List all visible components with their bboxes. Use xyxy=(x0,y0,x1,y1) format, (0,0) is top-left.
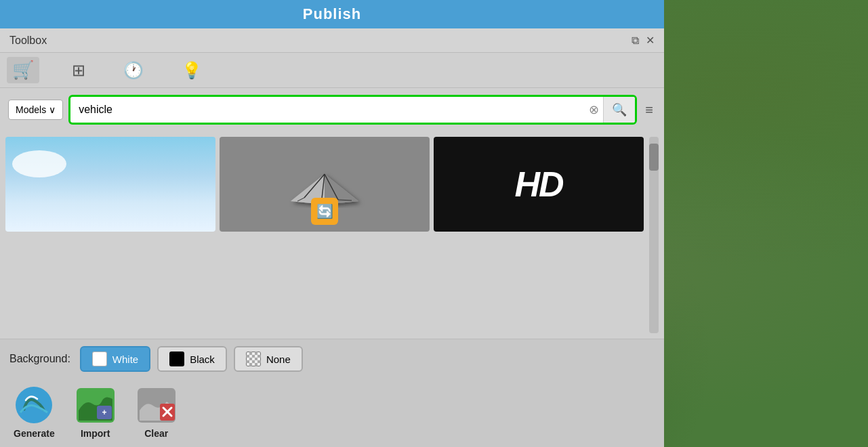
generate-label: Generate xyxy=(14,428,55,439)
hd-label: HD xyxy=(514,164,562,205)
tab-grid-icon[interactable]: ⊞ xyxy=(66,58,91,83)
scrollbar-thumb[interactable] xyxy=(649,144,659,171)
content-area: 🔄 HD xyxy=(0,131,664,339)
background-none-button[interactable]: None xyxy=(234,346,303,372)
clear-icon-container xyxy=(136,387,177,424)
actions-section: Generate + Import xyxy=(0,379,664,447)
publish-label: Publish xyxy=(303,5,361,22)
clear-icon: ⊗ xyxy=(589,103,599,116)
titlebar-icons: ⧉ ✕ xyxy=(632,34,655,47)
search-icon: 🔍 xyxy=(612,103,627,116)
search-clear-button[interactable]: ⊗ xyxy=(585,100,603,120)
import-action[interactable]: + Import xyxy=(75,387,116,439)
black-label: Black xyxy=(190,354,215,365)
clear-action[interactable]: Clear xyxy=(136,387,177,439)
search-row: Models ∨ ⊗ 🔍 ≡ xyxy=(0,88,664,131)
toolbox-title: Toolbox xyxy=(9,35,47,47)
background-label: Background: xyxy=(9,353,70,365)
result-item-cracked[interactable]: 🔄 xyxy=(220,137,430,232)
search-box-wrapper: ⊗ 🔍 xyxy=(68,95,637,125)
restore-icon[interactable]: ⧉ xyxy=(632,35,639,47)
background-section: Background: White Black None xyxy=(0,339,664,379)
background-white-button[interactable]: White xyxy=(80,346,150,372)
toolbox-titlebar: Toolbox ⧉ ✕ xyxy=(0,28,664,53)
black-swatch xyxy=(169,352,184,366)
white-label: White xyxy=(112,354,138,365)
orange-badge: 🔄 xyxy=(311,198,338,225)
filter-icon[interactable]: ≡ xyxy=(642,100,656,121)
white-swatch xyxy=(92,352,107,366)
clear-icon xyxy=(136,387,177,424)
dropdown-arrow: ∨ xyxy=(49,104,56,115)
import-icon: + xyxy=(75,387,116,424)
svg-text:+: + xyxy=(102,408,106,417)
import-icon-container: + xyxy=(75,387,116,424)
tab-shop-icon[interactable]: 🛒 xyxy=(7,57,39,83)
search-button[interactable]: 🔍 xyxy=(603,97,635,123)
generate-icon-container xyxy=(14,387,54,424)
generate-action[interactable]: Generate xyxy=(14,387,55,439)
tab-idea-icon[interactable]: 💡 xyxy=(176,58,207,83)
results-grid: 🔄 HD xyxy=(5,137,644,333)
clear-label: Clear xyxy=(144,428,168,439)
search-input[interactable] xyxy=(70,98,585,121)
none-swatch xyxy=(246,352,261,366)
tab-clock-icon[interactable]: 🕐 xyxy=(118,58,149,83)
result-item-sky[interactable] xyxy=(5,137,215,232)
none-label: None xyxy=(266,354,291,365)
close-icon[interactable]: ✕ xyxy=(646,34,655,47)
tab-row: 🛒 ⊞ 🕐 💡 xyxy=(0,53,664,88)
background-black-button[interactable]: Black xyxy=(157,346,227,372)
models-label: Models xyxy=(16,104,46,115)
publish-bar[interactable]: Publish xyxy=(0,0,664,28)
models-dropdown[interactable]: Models ∨ xyxy=(8,100,63,120)
toolbox-panel: Publish Toolbox ⧉ ✕ 🛒 ⊞ 🕐 💡 Models ∨ ⊗ 🔍 xyxy=(0,0,664,447)
generate-icon xyxy=(14,387,54,424)
result-item-hd[interactable]: HD xyxy=(434,137,644,232)
scrollbar-track[interactable] xyxy=(649,137,659,333)
import-label: Import xyxy=(81,428,110,439)
